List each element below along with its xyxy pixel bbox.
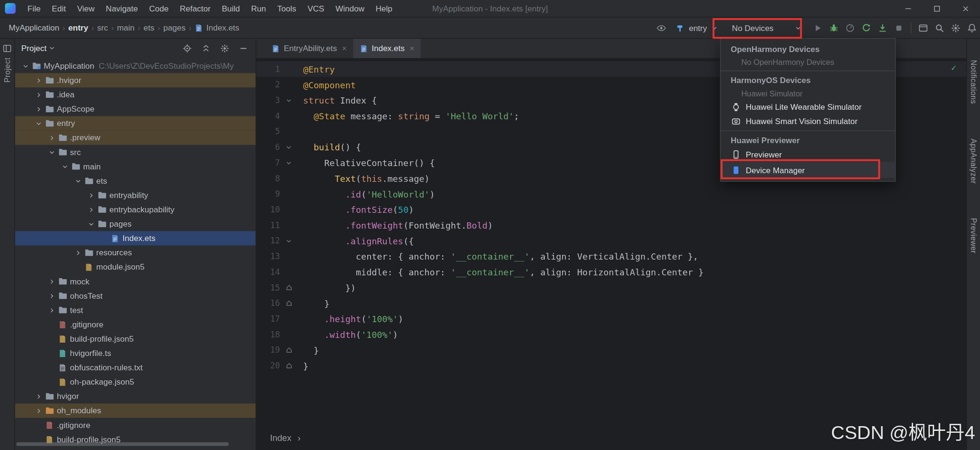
fold-marker-icon[interactable] [280,159,298,167]
menu-file[interactable]: File [22,1,46,16]
breadcrumb-item-myapplication[interactable]: MyApplication [6,22,62,34]
debug-button[interactable] [826,20,842,36]
collapse-all-button[interactable] [201,43,211,53]
tree-item-gitignore[interactable]: .gitignore [15,418,256,432]
menu-navigate[interactable]: Navigate [100,1,144,16]
tree-item-hvigor[interactable]: .hvigor [15,73,256,87]
run-config-selector[interactable]: entry [671,21,724,34]
tree-item-oh-modules[interactable]: oh_modules [15,403,256,418]
tree-item-idea[interactable]: .idea [15,87,256,102]
breadcrumb-item-pages[interactable]: pages [161,22,188,34]
device-selector[interactable]: No Devices [727,21,807,34]
settings-button[interactable] [948,20,964,36]
tool-window-button-project[interactable] [2,44,12,53]
tab-close-icon[interactable]: × [342,44,347,53]
tree-item-entrybackupability[interactable]: entrybackupability [15,202,256,217]
stop-button[interactable] [891,20,907,36]
menu-run[interactable]: Run [245,1,272,16]
tree-item-obfuscation-rules-txt[interactable]: obfuscation-rules.txt [15,360,256,375]
tree-collapsed-icon[interactable] [85,206,96,213]
tool-window-label-appanalyzer[interactable]: AppAnalyzer [969,138,978,184]
tree-collapsed-icon[interactable] [85,191,96,199]
inspection-status-icon[interactable]: ✓ [951,63,956,73]
fold-marker-icon[interactable] [280,300,298,306]
breadcrumb-item-main[interactable]: main [115,22,137,34]
device-frame-button[interactable] [915,20,931,36]
tree-collapsed-icon[interactable] [46,134,57,142]
locate-button[interactable] [182,43,192,53]
tree-collapsed-icon[interactable] [73,249,83,257]
device-menu-item-huawei-smart-vision-simulator[interactable]: Huawei Smart Vision Simulator [721,115,895,129]
hide-button[interactable] [239,43,248,53]
tree-item-resources[interactable]: resources [15,245,256,260]
fold-marker-icon[interactable] [280,346,298,353]
device-menu-item-huawei-lite-wearable-simulator[interactable]: Huawei Lite Wearable Simulator [721,100,895,114]
tree-item-ets[interactable]: ets [15,174,256,188]
tree-collapsed-icon[interactable] [33,76,43,84]
rerun-button[interactable] [858,20,874,36]
tab-index-ets[interactable]: Index.ets× [353,39,421,58]
tree-expanded-icon[interactable] [20,62,31,70]
menu-view[interactable]: View [72,1,100,16]
menu-help[interactable]: Help [370,1,398,16]
tree-expanded-icon[interactable] [33,120,43,127]
tree-item-index-ets[interactable]: Index.ets [15,231,256,245]
tree-item-ohostest[interactable]: ohosTest [15,289,256,303]
tree-item-module-json5[interactable]: module.json5 [15,260,256,274]
tree-item-test[interactable]: test [15,303,256,317]
tree-item-myapplication[interactable]: MyApplicationC:\Users\Z\DevEcoStudioProj… [15,59,256,73]
tree-collapsed-icon[interactable] [46,292,57,300]
project-hscrollbar[interactable] [16,442,229,446]
search-button[interactable] [931,20,948,36]
fold-marker-icon[interactable] [280,96,298,104]
tree-item-appscope[interactable]: AppScope [15,102,256,116]
tree-item-main[interactable]: main [15,159,256,174]
breadcrumb-item-src[interactable]: src [95,22,110,34]
tree-collapsed-icon[interactable] [33,105,43,113]
close-button[interactable] [951,0,980,17]
maximize-button[interactable] [923,0,951,17]
editor-breadcrumb[interactable]: Index › [270,433,300,443]
device-menu-item-previewer[interactable]: Previewer [721,147,895,162]
tree-item-entry[interactable]: entry [15,116,256,130]
tool-window-label-previewer[interactable]: Previewer [969,218,978,254]
settings-small-button[interactable] [220,43,230,53]
tree-expanded-icon[interactable] [46,148,57,156]
tree-item-hvigor[interactable]: hvigor [15,389,256,403]
tree-item-build-profile-json5[interactable]: build-profile.json5 [15,332,256,346]
fold-marker-icon[interactable] [280,143,298,151]
fold-marker-icon[interactable] [280,284,298,291]
tab-close-icon[interactable]: × [410,44,415,53]
tree-collapsed-icon[interactable] [33,407,43,415]
run-button[interactable] [810,20,826,36]
chevron-down-icon[interactable] [48,44,56,52]
fold-marker-icon[interactable] [280,362,298,369]
tree-expanded-icon[interactable] [85,220,96,228]
tree-item-gitignore[interactable]: .gitignore [15,317,256,332]
tree-item-oh-package-json5[interactable]: oh-package.json5 [15,375,256,389]
fold-marker-icon[interactable] [280,237,298,245]
tree-item-src[interactable]: src [15,145,256,159]
tree-collapsed-icon[interactable] [33,393,43,400]
breadcrumb-item-index-ets[interactable]: Index.ets [192,22,242,34]
tree-collapsed-icon[interactable] [33,91,43,98]
tree-item-pages[interactable]: pages [15,217,256,231]
tree-expanded-icon[interactable] [59,163,70,170]
menu-vcs[interactable]: VCS [302,1,330,16]
pre-launch-button[interactable] [653,20,670,36]
minimize-button[interactable] [894,0,923,17]
menu-build[interactable]: Build [216,1,245,16]
tree-item-hvigorfile-ts[interactable]: hvigorfile.ts [15,346,256,360]
menu-tools[interactable]: Tools [272,1,302,16]
tab-entryability-ets[interactable]: EntryAbility.ets× [265,39,353,58]
tree-item-preview[interactable]: .preview [15,131,256,145]
menu-edit[interactable]: Edit [46,1,72,16]
tree-item-mock[interactable]: mock [15,274,256,289]
menu-code[interactable]: Code [144,1,174,16]
tree-expanded-icon[interactable] [73,177,83,185]
menu-refactor[interactable]: Refactor [174,1,216,16]
notifications-button[interactable] [964,20,980,36]
tree-item-entryability[interactable]: entryability [15,188,256,202]
breadcrumb-item-ets[interactable]: ets [141,22,157,34]
attach-button[interactable] [874,20,891,36]
